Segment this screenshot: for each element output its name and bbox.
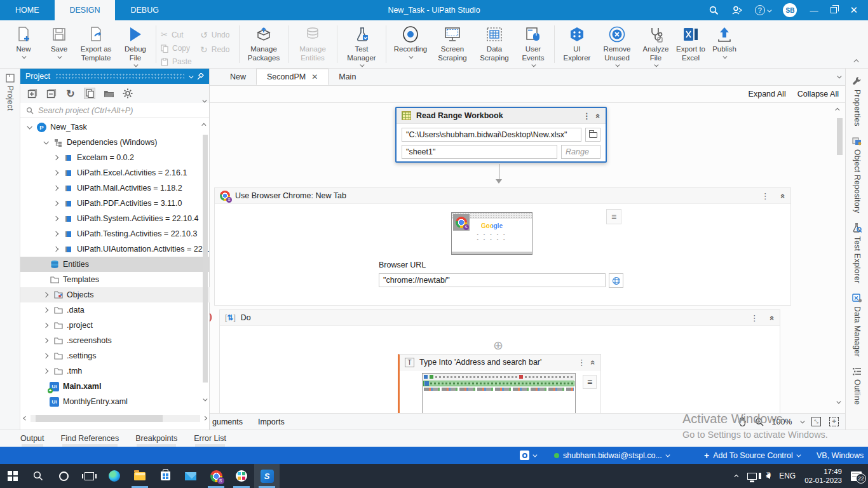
scroll-right-icon[interactable]	[203, 416, 207, 420]
avatar[interactable]: SB	[783, 3, 797, 17]
dock-tab-test-explorer[interactable]: Test Explorer	[852, 218, 862, 288]
analyze-file-button[interactable]: Analyze File	[639, 24, 672, 67]
volume-icon[interactable]	[766, 473, 770, 479]
tab-list-chevron-icon[interactable]	[837, 74, 841, 78]
add-to-source-control-button[interactable]: + Add To Source Control	[704, 447, 799, 464]
scroll-down-icon[interactable]	[203, 396, 207, 400]
refresh-icon[interactable]: ↻	[65, 88, 76, 99]
collapse-activity-icon[interactable]: «	[768, 315, 777, 320]
arguments-tab[interactable]: guments	[212, 417, 243, 426]
undo-button[interactable]: ↺Undo	[200, 30, 234, 40]
activity-menu-icon[interactable]: ⋮	[761, 192, 770, 200]
error-list-tab[interactable]: Error List	[194, 434, 226, 443]
tree-item[interactable]: Dependencies (Windows)	[20, 135, 210, 150]
activity-menu-icon[interactable]: ⋮	[578, 358, 586, 367]
collapse-all-link[interactable]: Collapse All	[797, 90, 839, 98]
tree-item[interactable]: .data	[20, 302, 210, 318]
orchestrator-status[interactable]	[520, 447, 536, 464]
pin-icon[interactable]	[197, 73, 204, 80]
tree-item[interactable]: Objects	[20, 287, 210, 302]
cortana-button[interactable]	[51, 464, 76, 488]
file-explorer-button[interactable]	[127, 464, 153, 488]
uipath-studio-button[interactable]: S	[254, 464, 280, 488]
fit-to-screen-icon[interactable]: ⤡	[811, 417, 821, 426]
add-activity-icon[interactable]: ⊕	[493, 338, 503, 353]
save-button[interactable]: Save	[46, 24, 72, 58]
workbook-path-input[interactable]: "C:\Users\shubham.bidwai\Desktop\New.xls…	[402, 128, 581, 142]
tree-item[interactable]: .settings	[20, 348, 210, 363]
browse-file-button[interactable]	[585, 128, 600, 142]
user-events-button[interactable]: User Events	[517, 24, 550, 67]
slack-button[interactable]	[229, 464, 254, 488]
activity-use-browser[interactable]: S Use Browser Chrome: New Tab ⋮ « S Goog…	[214, 187, 791, 306]
show-all-files-icon[interactable]	[84, 88, 95, 99]
project-search-input[interactable]: Search project (Ctrl+Alt+P)	[20, 103, 209, 118]
panel-menu-chevron-icon[interactable]	[189, 74, 193, 78]
collapse-activity-icon[interactable]: «	[593, 113, 603, 118]
indicate-target-button[interactable]	[609, 273, 623, 288]
input-language[interactable]: ENG	[779, 471, 796, 480]
tree-item[interactable]: Ui+Main.xaml	[20, 379, 210, 394]
tree-item[interactable]: UiMonthlyEntry.xaml	[20, 394, 210, 409]
doc-tab-secondpm[interactable]: SecondPM✕	[256, 69, 329, 85]
tree-item[interactable]: .screenshots	[20, 333, 210, 348]
activity-do-sequence[interactable]: [⇅] Do ⋮ « ⊕ T Type Into 'Address and se…	[219, 309, 780, 413]
ui-explorer-button[interactable]: UI Explorer	[559, 24, 595, 62]
mail-button[interactable]	[178, 464, 203, 488]
tree-item[interactable]: .tmh	[20, 363, 210, 379]
close-tab-icon[interactable]: ✕	[311, 72, 318, 81]
activity-type-into[interactable]: T Type Into 'Address and search bar' ⋮ «…	[398, 354, 601, 413]
activity-menu-icon[interactable]: ⋮	[583, 112, 591, 120]
clock[interactable]: 17:49 02-01-2023	[804, 467, 842, 485]
scroll-up-icon[interactable]	[836, 108, 839, 112]
edge-button[interactable]	[102, 464, 127, 488]
task-view-button[interactable]	[76, 464, 102, 488]
expand-all-link[interactable]: Expand All	[749, 90, 786, 98]
tree-item[interactable]: UiPath.PDF.Activities = 3.11.0	[20, 196, 210, 211]
collapse-all-tree-icon[interactable]	[46, 88, 57, 99]
dock-tab-project[interactable]: Project	[0, 69, 20, 111]
notification-center-icon[interactable]: 22	[851, 471, 862, 481]
canvas-scrollbar[interactable]	[836, 105, 844, 409]
tree-item-selected[interactable]: Entities	[20, 257, 210, 272]
export-as-template-button[interactable]: Export as Template	[75, 24, 117, 62]
microsoft-store-button[interactable]	[153, 464, 178, 488]
tree-item[interactable]: Excelam = 0.0.2	[20, 150, 210, 165]
scroll-left-icon[interactable]	[24, 416, 27, 420]
reset-zoom-icon[interactable]: ✛	[829, 417, 839, 426]
data-scraping-button[interactable]: Data Scraping	[475, 24, 514, 62]
redo-button[interactable]: ↻Redo	[200, 44, 234, 55]
recording-button[interactable]: Recording	[391, 24, 430, 58]
find-references-tab[interactable]: Find References	[61, 434, 119, 443]
collapse-ribbon-icon[interactable]	[853, 59, 858, 64]
browser-url-input[interactable]: "chrome://newtab/"	[379, 273, 606, 287]
screen-scraping-button[interactable]: Screen Scraping	[433, 24, 472, 62]
start-button[interactable]	[0, 464, 25, 488]
tree-item[interactable]: UiPath.Mail.Activities = 1.18.2	[20, 180, 210, 196]
settings-gear-icon[interactable]	[122, 88, 133, 99]
export-to-excel-button[interactable]: Export to Excel	[675, 24, 707, 62]
tab-debug[interactable]: DEBUG	[115, 0, 173, 20]
tree-item[interactable]: .project	[20, 318, 210, 333]
open-folder-icon[interactable]	[103, 88, 114, 99]
tab-design[interactable]: DESIGN	[55, 0, 116, 20]
remove-unused-button[interactable]: Remove Unused	[597, 24, 637, 67]
browser-screenshot-thumbnail[interactable]: S Google • • • • • • • • • •	[451, 212, 532, 255]
dock-tab-properties[interactable]: Properties	[852, 71, 862, 132]
account-status[interactable]: shubham.bidwai@stspl.co...	[554, 447, 668, 464]
sheet-name-input[interactable]: "sheet1"	[402, 145, 557, 159]
collapse-activity-icon[interactable]: «	[778, 193, 788, 198]
restore-button[interactable]	[831, 7, 837, 13]
chrome-button[interactable]: S	[203, 464, 229, 488]
network-icon[interactable]	[747, 473, 757, 480]
tab-home[interactable]: HOME	[0, 0, 55, 20]
workflow-area[interactable]: Read Range Workbook ⋮ « "C:\Users\shubha…	[210, 102, 845, 413]
zoom-chevron-icon[interactable]	[800, 419, 804, 423]
tree-hscrollbar[interactable]	[20, 412, 210, 424]
user-accounts-icon[interactable]	[731, 6, 742, 15]
expand-all-tree-icon[interactable]	[27, 88, 38, 99]
tree-item[interactable]: PNew_Task	[20, 119, 210, 135]
manage-packages-button[interactable]: Manage Packages	[244, 24, 283, 62]
activity-read-range-workbook[interactable]: Read Range Workbook ⋮ « "C:\Users\shubha…	[395, 107, 607, 163]
collapse-activity-icon[interactable]: «	[588, 360, 598, 364]
